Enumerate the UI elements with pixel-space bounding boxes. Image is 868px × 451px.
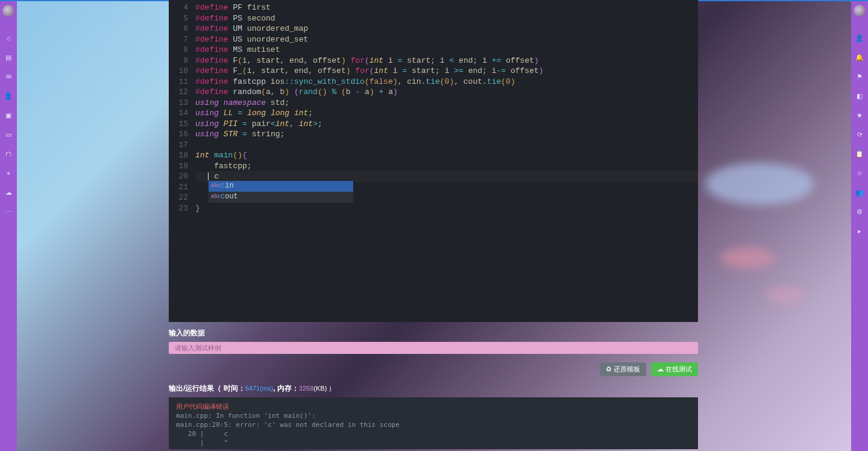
code-line[interactable]: [195, 140, 698, 151]
output-pane: 用户代码编译错误 main.cpp: In function 'int main…: [169, 397, 698, 449]
mem-prefix: , 内存：: [273, 384, 299, 393]
restore-label: 还原模板: [614, 365, 640, 374]
right-nav-rail: 👤🔔⚑◧★⟳📋☆👥⚙▸: [851, 1, 868, 451]
time-stat: 6471(ms): [245, 385, 273, 392]
code-line[interactable]: #define fastcpp ios::sync_with_stdio(fal…: [195, 77, 698, 87]
code-line[interactable]: #define random(a, b) (rand() % (b - a) +…: [195, 87, 698, 98]
error-body: main.cpp: In function 'int main()': main…: [176, 411, 691, 447]
main-content: 4567891011121314151617181920212223 #defi…: [169, 0, 698, 451]
autocomplete-popup[interactable]: abccinabccout: [208, 180, 354, 203]
folder-icon[interactable]: ▣: [4, 111, 13, 119]
mem-stat: 3268: [299, 385, 313, 392]
cloud-icon: ☁: [657, 365, 664, 373]
code-line[interactable]: int main(){: [195, 150, 698, 161]
code-line[interactable]: }: [195, 203, 698, 214]
code-line[interactable]: using namespace std;: [195, 98, 698, 109]
code-area[interactable]: #define PF first#define PS second#define…: [195, 0, 698, 213]
test-input-field[interactable]: [175, 344, 692, 352]
code-line[interactable]: #define US unordered_set: [195, 34, 698, 45]
user2-icon[interactable]: 👥: [855, 188, 864, 197]
code-line[interactable]: fastcpp;: [195, 161, 698, 172]
abc-icon: abc: [211, 181, 218, 192]
cube-icon[interactable]: ◧: [855, 92, 864, 100]
bell-icon[interactable]: 🔔: [855, 53, 864, 62]
avatar[interactable]: [854, 5, 866, 17]
restore-icon: ♻: [606, 365, 612, 373]
line-gutter: 4567891011121314151617181920212223: [169, 0, 195, 213]
autocomplete-item[interactable]: abccout: [209, 192, 353, 203]
code-line[interactable]: using STR = string;: [195, 129, 698, 140]
chart-icon[interactable]: ⛫: [4, 150, 13, 158]
pin-icon[interactable]: ⌖: [4, 169, 13, 177]
gear-icon[interactable]: ⚙: [855, 207, 864, 216]
input-section-label: 输入的数据: [169, 322, 698, 342]
screen-icon[interactable]: ▭: [4, 130, 13, 139]
abc-icon: abc: [211, 192, 218, 203]
restore-template-button[interactable]: ♻还原模板: [600, 362, 646, 376]
cloud-icon[interactable]: ☁: [4, 188, 13, 197]
output-label: 输出/运行结果（ 时间：: [169, 384, 245, 393]
test-input-bar[interactable]: [169, 342, 698, 354]
doc-icon[interactable]: ▤: [4, 53, 13, 62]
error-title: 用户代码编译错误: [176, 402, 691, 411]
run-online-button[interactable]: ☁在线测试: [651, 362, 698, 376]
avatar[interactable]: [2, 5, 14, 17]
star-icon[interactable]: ★: [855, 111, 864, 119]
bg-glow: [720, 247, 775, 268]
flag-icon[interactable]: ⚑: [855, 72, 864, 81]
chat-icon[interactable]: ✉: [4, 72, 13, 81]
code-line[interactable]: #define PS second: [195, 13, 698, 24]
autocomplete-item[interactable]: abccin: [209, 181, 353, 192]
user-icon[interactable]: 👤: [855, 34, 864, 42]
code-line[interactable]: #define MS mutiset: [195, 45, 698, 55]
left-nav-rail: ⌂▤✉👤▣▭⛫⌖☁⋯: [0, 1, 17, 451]
code-line[interactable]: using LL = long long int;: [195, 108, 698, 119]
bg-glow: [705, 163, 814, 205]
gear2-icon[interactable]: ⟳: [855, 130, 864, 139]
more-icon[interactable]: ⋯: [4, 207, 13, 216]
user-icon[interactable]: 👤: [4, 92, 13, 100]
home-icon[interactable]: ⌂: [4, 34, 13, 42]
code-editor[interactable]: 4567891011121314151617181920212223 #defi…: [169, 0, 698, 322]
code-line[interactable]: #define UM unordered_map: [195, 24, 698, 34]
run-label: 在线测试: [665, 365, 692, 374]
paste-icon[interactable]: 📋: [855, 150, 864, 158]
bg-glow: [766, 286, 805, 303]
code-line[interactable]: #define PF first: [195, 2, 698, 13]
output-section-header: 输出/运行结果（ 时间：6471(ms), 内存：3268(KB) ）: [169, 382, 698, 394]
button-row: ♻还原模板 ☁在线测试: [169, 354, 698, 382]
code-line[interactable]: using PII = pair<int, int>;: [195, 119, 698, 130]
mem-unit: (KB) ）: [313, 385, 335, 392]
code-line[interactable]: #define F(i, start, end, offset) for(int…: [195, 55, 698, 66]
play-icon[interactable]: ▸: [855, 227, 864, 235]
star2-icon[interactable]: ☆: [855, 169, 864, 177]
code-line[interactable]: #define F_(i, start, end, offset) for(in…: [195, 66, 698, 77]
